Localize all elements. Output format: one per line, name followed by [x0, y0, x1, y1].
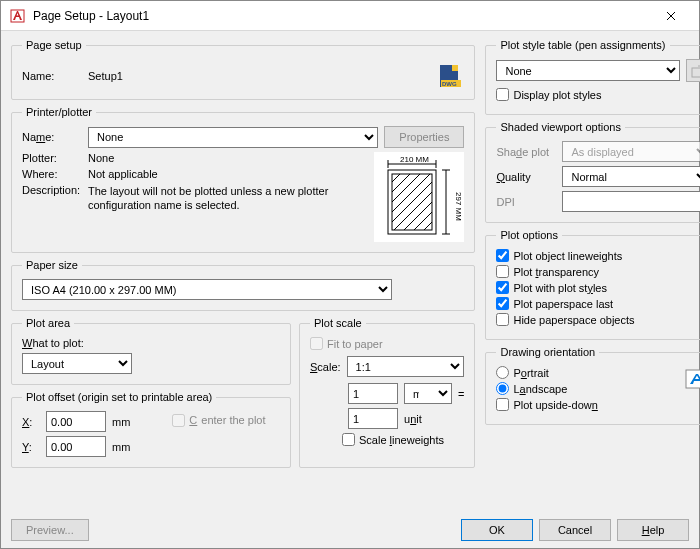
y-label: Y:	[22, 441, 40, 453]
page-setup-group: Page setup Name: Setup1 DWG	[11, 39, 475, 100]
svg-text:210 MM: 210 MM	[400, 155, 429, 164]
plot-area-legend: Plot area	[22, 317, 74, 329]
ok-button[interactable]: OK	[461, 519, 533, 541]
plot-scale-legend: Plot scale	[310, 317, 366, 329]
scale-unit-select[interactable]: mm	[404, 383, 452, 404]
dpi-label: DPI	[496, 196, 556, 208]
fit-to-paper-check: Fit to paper	[310, 337, 464, 350]
scale-lineweights-check[interactable]: Scale lineweights	[342, 433, 464, 446]
x-label: X:	[22, 416, 40, 428]
paper-size-legend: Paper size	[22, 259, 82, 271]
shaded-group: Shaded viewport options Shade plot As di…	[485, 121, 700, 223]
printer-name-select[interactable]: None	[88, 127, 378, 148]
paperspace-last-check[interactable]: Plot paperspace last	[496, 297, 700, 310]
dwg-icon: DWG	[438, 63, 464, 89]
page-setup-name-label: Name:	[22, 70, 82, 82]
quality-select[interactable]: Normal	[562, 166, 700, 187]
scale-label: Scale:	[310, 361, 341, 373]
plot-style-group: Plot style table (pen assignments) None …	[485, 39, 700, 115]
dpi-input	[562, 191, 700, 212]
close-button[interactable]	[651, 2, 691, 30]
unit-label: unit	[404, 413, 422, 425]
lineweights-check[interactable]: Plot object lineweights	[496, 249, 700, 262]
y-unit: mm	[112, 441, 130, 453]
scale-select[interactable]: 1:1	[347, 356, 465, 377]
printer-group: Printer/plotter Name: None Properties Pl…	[11, 106, 475, 253]
what-to-plot-select[interactable]: Layout	[22, 353, 132, 374]
where-value: Not applicable	[88, 168, 158, 180]
y-input[interactable]	[46, 436, 106, 457]
where-label: Where:	[22, 168, 82, 180]
center-plot-check: Center the plot	[172, 414, 265, 427]
x-unit: mm	[112, 416, 130, 428]
portrait-radio[interactable]: Portrait	[496, 366, 678, 379]
properties-button[interactable]: Properties	[384, 126, 464, 148]
what-to-plot-label: What to plot:	[22, 337, 280, 349]
page-setup-name-value: Setup1	[88, 70, 432, 82]
page-setup-legend: Page setup	[22, 39, 86, 51]
printer-name-label: Name:	[22, 131, 82, 143]
plot-offset-legend: Plot offset (origin set to printable are…	[22, 391, 216, 403]
plot-options-legend: Plot options	[496, 229, 561, 241]
landscape-radio[interactable]: Landscape	[496, 382, 678, 395]
display-plot-styles-check[interactable]: Display plot styles	[496, 88, 700, 101]
plotter-value: None	[88, 152, 114, 164]
plot-style-legend: Plot style table (pen assignments)	[496, 39, 669, 51]
plot-scale-group: Plot scale Fit to paper Scale: 1:1	[299, 317, 475, 468]
x-input[interactable]	[46, 411, 106, 432]
plot-style-select[interactable]: None	[496, 60, 680, 81]
shade-plot-label: Shade plot	[496, 146, 556, 158]
orientation-group: Drawing orientation Portrait Landscape P…	[485, 346, 700, 425]
window-title: Page Setup - Layout1	[33, 9, 651, 23]
scale-top-input[interactable]	[348, 383, 398, 404]
help-button[interactable]: Help	[617, 519, 689, 541]
plot-style-edit-button[interactable]	[686, 59, 700, 82]
printer-legend: Printer/plotter	[22, 106, 96, 118]
plot-offset-group: Plot offset (origin set to printable are…	[11, 391, 291, 468]
orientation-icon	[684, 366, 700, 414]
shade-plot-select: As displayed	[562, 141, 700, 162]
paper-size-group: Paper size ISO A4 (210.00 x 297.00 MM)	[11, 259, 475, 311]
transparency-check[interactable]: Plot transparency	[496, 265, 700, 278]
upside-down-check[interactable]: Plot upside-down	[496, 398, 678, 411]
paper-size-select[interactable]: ISO A4 (210.00 x 297.00 MM)	[22, 279, 392, 300]
desc-value: The layout will not be plotted unless a …	[88, 184, 366, 213]
shaded-legend: Shaded viewport options	[496, 121, 624, 133]
equals-label: =	[458, 388, 464, 400]
svg-rect-2	[452, 65, 458, 71]
orientation-legend: Drawing orientation	[496, 346, 599, 358]
svg-text:DWG: DWG	[442, 81, 457, 87]
desc-label: Description:	[22, 184, 82, 196]
svg-rect-24	[692, 68, 700, 77]
app-icon	[9, 7, 27, 25]
svg-text:297 MM: 297 MM	[454, 192, 463, 221]
plotter-label: Plotter:	[22, 152, 82, 164]
cancel-button[interactable]: Cancel	[539, 519, 611, 541]
paper-preview: 210 MM 297 MM	[374, 152, 464, 242]
preview-button[interactable]: Preview...	[11, 519, 89, 541]
scale-bottom-input[interactable]	[348, 408, 398, 429]
plot-area-group: Plot area What to plot: Layout	[11, 317, 291, 385]
titlebar: Page Setup - Layout1	[1, 1, 699, 31]
quality-label: Quality	[496, 171, 556, 183]
plot-options-group: Plot options Plot object lineweights Plo…	[485, 229, 700, 340]
hide-paperspace-check[interactable]: Hide paperspace objects	[496, 313, 700, 326]
plotstyles-check[interactable]: Plot with plot styles	[496, 281, 700, 294]
